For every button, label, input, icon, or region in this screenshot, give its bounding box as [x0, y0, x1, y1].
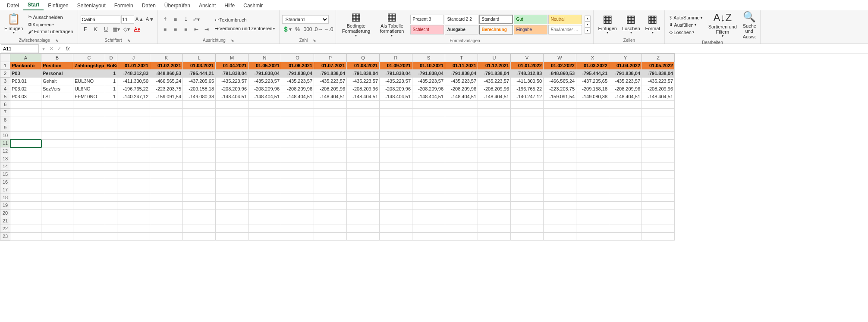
row-header[interactable]: 16 — [0, 178, 10, 186]
empty-cell[interactable] — [314, 109, 347, 116]
data-cell[interactable]: 1 — [105, 93, 117, 101]
data-cell[interactable]: -196.765,22 — [117, 85, 150, 93]
data-cell[interactable]: -748.312,83 — [511, 70, 544, 78]
row-header[interactable]: 23 — [0, 233, 10, 241]
empty-cell[interactable] — [412, 109, 445, 116]
empty-cell[interactable] — [412, 186, 445, 194]
empty-cell[interactable] — [642, 194, 675, 202]
tab-datei[interactable]: Datei — [3, 1, 23, 10]
header-cell[interactable]: 01.03.2021 — [183, 62, 216, 70]
empty-cell[interactable] — [314, 171, 347, 178]
data-cell[interactable]: -437.205,65 — [183, 78, 216, 85]
empty-cell[interactable] — [281, 101, 314, 109]
empty-cell[interactable] — [314, 155, 347, 163]
style-gut[interactable]: Gut — [514, 15, 547, 24]
data-cell[interactable]: -208.209,96 — [248, 85, 281, 93]
empty-cell[interactable] — [609, 101, 642, 109]
data-cell[interactable]: -795.444,21 — [183, 70, 216, 78]
empty-cell[interactable] — [216, 178, 248, 186]
empty-cell[interactable] — [609, 186, 642, 194]
empty-cell[interactable] — [117, 194, 150, 202]
empty-cell[interactable] — [105, 163, 117, 171]
empty-cell[interactable] — [117, 217, 150, 225]
empty-cell[interactable] — [10, 194, 41, 202]
empty-cell[interactable] — [544, 163, 576, 171]
empty-cell[interactable] — [73, 209, 105, 217]
empty-cell[interactable] — [544, 171, 576, 178]
empty-cell[interactable] — [412, 155, 445, 163]
row-header[interactable]: 7 — [0, 109, 10, 116]
column-header[interactable]: K — [150, 53, 183, 62]
empty-cell[interactable] — [281, 116, 314, 124]
empty-cell[interactable] — [41, 178, 73, 186]
style-standard22[interactable]: Standard 2 2 — [445, 15, 478, 24]
empty-cell[interactable] — [511, 225, 544, 233]
empty-cell[interactable] — [183, 217, 216, 225]
empty-cell[interactable] — [609, 116, 642, 124]
empty-cell[interactable] — [445, 209, 478, 217]
empty-cell[interactable] — [216, 155, 248, 163]
empty-cell[interactable] — [248, 132, 281, 140]
data-cell[interactable]: 1 — [105, 70, 117, 78]
empty-cell[interactable] — [544, 225, 576, 233]
row-header[interactable]: 8 — [0, 116, 10, 124]
empty-cell[interactable] — [609, 194, 642, 202]
column-header[interactable]: O — [281, 53, 314, 62]
empty-cell[interactable] — [511, 116, 544, 124]
empty-cell[interactable] — [150, 116, 183, 124]
data-cell[interactable]: -435.223,57 — [412, 78, 445, 85]
gallery-more-icon[interactable]: ▾ — [585, 28, 591, 34]
empty-cell[interactable] — [183, 132, 216, 140]
empty-cell[interactable] — [347, 171, 380, 178]
header-cell[interactable]: 01.04.2022 — [609, 62, 642, 70]
empty-cell[interactable] — [73, 194, 105, 202]
empty-cell[interactable] — [216, 194, 248, 202]
empty-cell[interactable] — [544, 140, 576, 147]
empty-cell[interactable] — [576, 233, 609, 241]
empty-cell[interactable] — [248, 155, 281, 163]
delete-cells-button[interactable]: ▦Löschen▾ — [620, 13, 642, 34]
empty-cell[interactable] — [183, 186, 216, 194]
empty-cell[interactable] — [511, 178, 544, 186]
empty-cell[interactable] — [380, 209, 412, 217]
empty-cell[interactable] — [73, 163, 105, 171]
header-cell[interactable]: 01.10.2021 — [412, 62, 445, 70]
header-cell[interactable]: 01.05.2021 — [248, 62, 281, 70]
empty-cell[interactable] — [576, 186, 609, 194]
data-cell[interactable]: 1 — [105, 85, 117, 93]
tab-überprüfen[interactable]: Überprüfen — [160, 1, 195, 10]
fill-color-button[interactable]: ◇▾ — [122, 25, 132, 34]
empty-cell[interactable] — [41, 101, 73, 109]
empty-cell[interactable] — [117, 140, 150, 147]
empty-cell[interactable] — [73, 217, 105, 225]
empty-cell[interactable] — [10, 171, 41, 178]
empty-cell[interactable] — [576, 163, 609, 171]
font-color-button[interactable]: A▾ — [132, 25, 142, 34]
data-cell[interactable]: -791.838,04 — [347, 70, 380, 78]
empty-cell[interactable] — [642, 171, 675, 178]
empty-cell[interactable] — [380, 186, 412, 194]
column-header[interactable]: R — [380, 53, 412, 62]
empty-cell[interactable] — [150, 155, 183, 163]
empty-cell[interactable] — [544, 233, 576, 241]
bold-button[interactable]: F — [81, 25, 90, 34]
empty-cell[interactable] — [511, 101, 544, 109]
empty-cell[interactable] — [216, 109, 248, 116]
gallery-up-icon[interactable]: ▴ — [585, 16, 591, 22]
data-cell[interactable]: -791.838,04 — [445, 70, 478, 78]
clear-button[interactable]: ◇Löschen▾ — [667, 28, 704, 36]
empty-cell[interactable] — [478, 209, 511, 217]
empty-cell[interactable] — [544, 202, 576, 209]
row-header[interactable]: 21 — [0, 217, 10, 225]
empty-cell[interactable] — [478, 233, 511, 241]
empty-cell[interactable] — [281, 186, 314, 194]
empty-cell[interactable] — [347, 194, 380, 202]
empty-cell[interactable] — [117, 109, 150, 116]
data-cell[interactable]: EFM10NO — [73, 93, 105, 101]
data-cell[interactable]: -196.765,22 — [511, 85, 544, 93]
increase-indent-icon[interactable]: ⇥ — [202, 25, 211, 34]
empty-cell[interactable] — [248, 194, 281, 202]
empty-cell[interactable] — [314, 233, 347, 241]
empty-cell[interactable] — [105, 124, 117, 132]
empty-cell[interactable] — [609, 233, 642, 241]
